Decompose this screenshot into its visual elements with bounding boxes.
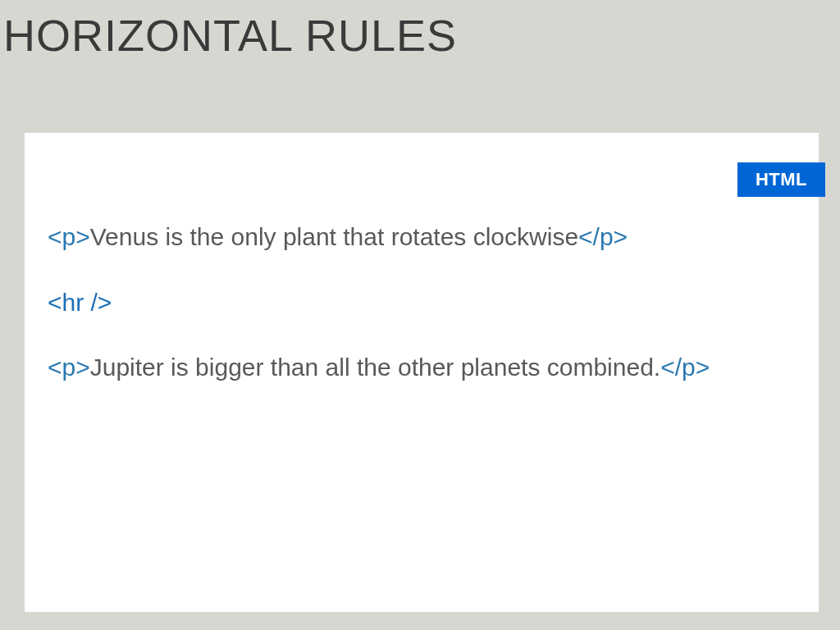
code-line-3: <p>Jupiter is bigger than all the other … — [48, 352, 786, 383]
code-panel: HTML <p>Venus is the only plant that rot… — [25, 133, 819, 612]
p-close-tag-2: </p> — [660, 354, 710, 381]
p-open-tag-2: <p> — [48, 354, 90, 381]
code-line-1: <p>Venus is the only plant that rotates … — [48, 221, 786, 253]
code-content: <p>Venus is the only plant that rotates … — [25, 133, 819, 383]
slide-title: HORIZONTAL RULES — [0, 0, 840, 61]
code-text-2: Jupiter is bigger than all the other pla… — [90, 354, 660, 381]
code-line-2: <hr /> — [48, 287, 786, 318]
p-open-tag: <p> — [48, 223, 90, 250]
hr-tag: <hr /> — [48, 289, 112, 316]
code-text-1: Venus is the only plant that rotates clo… — [90, 223, 578, 250]
html-badge: HTML — [737, 162, 825, 197]
p-close-tag: </p> — [578, 223, 628, 250]
